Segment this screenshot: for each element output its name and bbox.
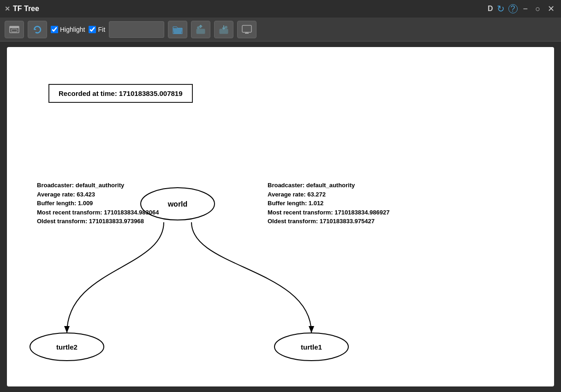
svg-rect-6 xyxy=(220,29,228,34)
svg-rect-1 xyxy=(10,26,19,28)
display-button[interactable] xyxy=(237,21,257,38)
turtle1-info: Broadcaster: default_authority Average r… xyxy=(268,181,389,226)
svg-marker-11 xyxy=(64,326,70,333)
svg-marker-12 xyxy=(309,326,314,333)
turtle2-info: Broadcaster: default_authority Average r… xyxy=(37,181,159,226)
tf-icon: ✕ xyxy=(5,5,10,12)
turtle1-buffer-length: Buffer length: 1.012 xyxy=(268,199,389,208)
screenshot-button[interactable] xyxy=(5,21,24,38)
recorded-time-box: Recorded at time: 1710183835.007819 xyxy=(48,84,193,103)
help-icon[interactable]: ? xyxy=(508,4,518,13)
svg-point-5 xyxy=(197,26,200,29)
title-bar: ✕ TF Tree D ↻ ? − ○ ✕ xyxy=(0,0,561,18)
fit-label: Fit xyxy=(98,26,105,33)
download-button[interactable] xyxy=(214,21,233,38)
restore-button[interactable]: ○ xyxy=(533,4,542,14)
svg-text:world: world xyxy=(167,200,188,208)
refresh-icon[interactable]: ↻ xyxy=(497,3,505,14)
open-folder-button[interactable] xyxy=(168,21,187,38)
svg-rect-4 xyxy=(197,29,205,34)
recorded-time-text: Recorded at time: 1710183835.007819 xyxy=(59,89,183,97)
d-icon: D xyxy=(488,5,493,13)
svg-marker-3 xyxy=(34,28,36,30)
fit-checkbox-label[interactable]: Fit xyxy=(89,26,105,33)
svg-point-7 xyxy=(225,26,227,29)
search-input[interactable] xyxy=(109,21,164,38)
upload-button[interactable] xyxy=(191,21,210,38)
turtle2-broadcaster: Broadcaster: default_authority xyxy=(37,181,159,190)
turtle1-oldest: Oldest transform: 1710183833.975427 xyxy=(268,217,389,226)
turtle2-oldest: Oldest transform: 1710183833.973968 xyxy=(37,217,159,226)
minimize-button[interactable]: − xyxy=(521,4,530,14)
highlight-label: Highlight xyxy=(60,26,85,33)
svg-text:turtle2: turtle2 xyxy=(56,343,78,351)
turtle1-most-recent: Most recent transform: 1710183834.986927 xyxy=(268,208,389,217)
main-canvas: world turtle2 turtle1 Recorded at time: … xyxy=(7,47,554,386)
svg-rect-2 xyxy=(12,29,17,32)
svg-text:turtle1: turtle1 xyxy=(301,343,322,351)
highlight-checkbox[interactable] xyxy=(51,26,58,33)
turtle2-buffer-length: Buffer length: 1.009 xyxy=(37,199,159,208)
toolbar: Highlight Fit xyxy=(0,18,561,42)
turtle1-avg-rate: Average rate: 63.272 xyxy=(268,190,389,199)
fit-checkbox[interactable] xyxy=(89,26,96,33)
turtle1-broadcaster: Broadcaster: default_authority xyxy=(268,181,389,190)
turtle2-avg-rate: Average rate: 63.423 xyxy=(37,190,159,199)
svg-rect-8 xyxy=(242,25,251,32)
title-left: ✕ TF Tree xyxy=(5,5,39,13)
close-button[interactable]: ✕ xyxy=(546,4,556,14)
highlight-checkbox-label[interactable]: Highlight xyxy=(51,26,85,33)
refresh-button[interactable] xyxy=(28,21,47,38)
title-controls: D ↻ ? − ○ ✕ xyxy=(488,3,556,14)
window-title: TF Tree xyxy=(13,5,39,13)
turtle2-most-recent: Most recent transform: 1710183834.983064 xyxy=(37,208,159,217)
